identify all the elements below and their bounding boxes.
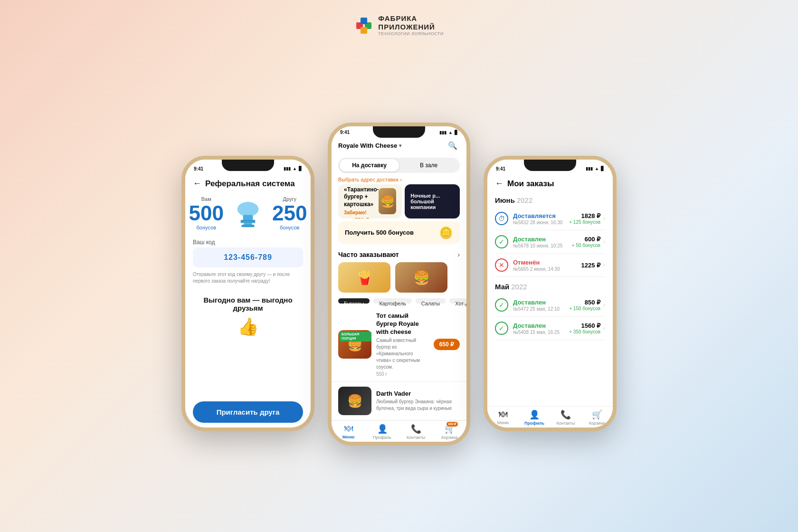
royale-item-image: 🍔 БОЛЬШАЯ ПОРЦИЯ: [338, 330, 371, 359]
phone-referral: 9:41 ▮▮▮▲▊ ← Реферальная система Вам 500…: [181, 156, 314, 431]
brand-header: ФАБРИКА ПРИЛОЖЕНИЙ ТЕХНОЛОГИИ ЛОЯЛЬНОСТИ: [354, 14, 443, 36]
order-chevron-icon: ›: [603, 215, 605, 222]
category-potato[interactable]: Картофель: [373, 298, 411, 304]
tab-hall[interactable]: В зале: [399, 159, 458, 171]
referral-screen: 9:41 ▮▮▮▲▊ ← Реферальная система Вам 500…: [185, 160, 311, 428]
phone-orders: 9:41 ▮▮▮▲▊ ← Мои заказы Июнь 2022 ⏱: [484, 156, 617, 431]
promo-text: Выгодно вам — выгодно друзьям: [193, 296, 303, 312]
menu-item-royale[interactable]: 🍔 БОЛЬШАЯ ПОРЦИЯ Тот самый бургер Royale…: [332, 307, 466, 382]
notch-center: [373, 126, 425, 138]
category-salads[interactable]: Салаты: [416, 298, 446, 304]
menu-nav-icon: 🍽: [344, 424, 353, 434]
month-june-header: Июнь 2022: [495, 196, 605, 204]
menu-icon-orders: 🍽: [499, 409, 507, 419]
orders-page-title: Мои заказы: [507, 179, 554, 189]
back-button[interactable]: ←: [193, 179, 201, 189]
nav-cart[interactable]: 🛒 300 ₽ Корзина: [433, 424, 466, 440]
night-banner[interactable]: Ночные р... большой компании: [405, 184, 460, 218]
promo-icon: 👍: [238, 317, 259, 337]
combo-banner[interactable]: Комбо «Тарантино-бургер + картошка» Заби…: [338, 184, 402, 218]
freq-section-header: Часто заказывают ›: [332, 247, 466, 260]
location-name: Royale With Cheese: [338, 142, 397, 149]
svg-rect-6: [241, 220, 256, 223]
order-5678[interactable]: ✓ Доставлен №5678 10 июня, 10:25 600 ₽: [495, 230, 605, 254]
category-hotdogs[interactable]: Хот-до...: [449, 298, 466, 304]
cancelled-icon: ✕: [495, 258, 508, 272]
friend-bonus-value: 250: [272, 203, 307, 224]
delivering-icon: ⏱: [495, 212, 508, 225]
order-chevron-icon: ›: [603, 325, 605, 332]
order-5408[interactable]: ✓ Доставлен №5408 15 мая, 16:25 1560 ₽: [495, 317, 605, 340]
brand-name: ФАБРИКА ПРИЛОЖЕНИЙ ТЕХНОЛОГИИ ЛОЯЛЬНОСТИ: [378, 14, 443, 36]
month-may: Май 2022 ✓ Доставлен №5472 25 мая, 12:10: [495, 283, 605, 340]
nav-profile[interactable]: 👤 Профиль: [365, 424, 399, 440]
nav-contacts[interactable]: 📞 Контакты: [399, 424, 433, 440]
invite-friend-button[interactable]: Пригласить друга: [193, 401, 303, 423]
delivered-icon-2: ✓: [495, 298, 508, 312]
delivery-tabs: На доставку В зале: [338, 158, 460, 173]
contacts-icon-orders: 📞: [560, 409, 571, 420]
order-5665[interactable]: ✕ Отменён №5665 2 июня, 14:30 1225 ₽: [495, 254, 605, 277]
brand-logo-icon: [354, 16, 373, 35]
combo-banner-image: 🍔: [379, 188, 396, 214]
freq-item-fries-image: 🍟: [338, 262, 390, 293]
friend-bonus-col: Другу 250 бонусов: [272, 196, 307, 230]
bonus-banner[interactable]: Получить 500 бонусов 🪙: [338, 221, 460, 244]
menu-screen: 9:41 ▮▮▮▲▊ Royale With Cheese ▾ 🔍 На дос…: [332, 126, 466, 442]
orders-nav-contacts[interactable]: 📞 Контакты: [550, 409, 581, 426]
trophy-icon: [231, 202, 265, 230]
section-arrow-icon[interactable]: ›: [457, 251, 460, 258]
referral-body: Вам 500 бонусов Другу 250: [185, 191, 311, 428]
orders-header: ← Мои заказы: [487, 175, 613, 191]
order-5832[interactable]: ⏱ Доставляется №5832 28 июня, 16:30 1828…: [495, 207, 605, 230]
order-chevron-icon: ›: [603, 302, 605, 308]
orders-nav-profile[interactable]: 👤 Профиль: [519, 409, 550, 426]
svg-rect-8: [241, 225, 254, 227]
orders-list: Июнь 2022 ⏱ Доставляется №5832 28 июня, …: [487, 191, 613, 406]
phones-container: 9:41 ▮▮▮▲▊ ← Реферальная система Вам 500…: [181, 55, 617, 532]
bonus-display: Вам 500 бонусов Другу 250: [189, 196, 307, 230]
month-june: Июнь 2022 ⏱ Доставляется №5832 28 июня, …: [495, 196, 605, 277]
location-selector[interactable]: Royale With Cheese ▾: [338, 142, 401, 149]
code-box: 123-456-789: [193, 247, 303, 267]
category-burgers[interactable]: Бургеры: [338, 298, 370, 304]
order-chevron-icon: ›: [603, 238, 605, 245]
freq-item-burger2-image: 🍔: [395, 262, 447, 293]
freq-items-list: 🍟 Картофель фри, средняя порция 250 ₽ 🍔 …: [332, 260, 466, 296]
delivered-icon-3: ✓: [495, 322, 508, 335]
freq-item-fries[interactable]: 🍟 Картофель фри, средняя порция 250 ₽: [338, 262, 390, 293]
orders-back-button[interactable]: ←: [495, 179, 504, 189]
profile-icon-orders: 👤: [529, 409, 540, 420]
orders-nav-cart[interactable]: 🛒 Корзина: [581, 409, 613, 426]
orders-nav-menu[interactable]: 🍽 Меню: [487, 409, 519, 426]
your-bonus-value: 500: [189, 203, 224, 224]
search-button[interactable]: 🔍: [446, 139, 460, 153]
phone-menu: 9:41 ▮▮▮▲▊ Royale With Cheese ▾ 🔍 На дос…: [328, 123, 470, 446]
notch-orders: [524, 160, 576, 171]
status-icons: ▮▮▮▲▊: [284, 166, 302, 171]
tab-delivery[interactable]: На доставку: [340, 159, 399, 171]
svg-rect-3: [361, 27, 367, 34]
cart-badge: 🛒 300 ₽: [445, 424, 455, 434]
page-title: Реферальная система: [205, 179, 295, 189]
svg-point-4: [238, 202, 259, 217]
menu-item-vader[interactable]: 🍔 Darth Vader Любимый бургер Энакина: чё…: [332, 382, 466, 420]
address-selector[interactable]: Выбрать адрес доставки ›: [332, 175, 466, 184]
month-may-header: Май 2022: [495, 283, 605, 291]
your-bonus-col: Вам 500 бонусов: [189, 196, 224, 230]
cart-icon-orders: 🛒: [592, 409, 602, 420]
status-icons-orders: ▮▮▮▲▊: [586, 166, 604, 171]
status-icons-menu: ▮▮▮▲▊: [439, 130, 458, 135]
chevron-down-icon: ▾: [399, 143, 401, 148]
svg-rect-2: [361, 18, 367, 24]
svg-rect-5: [243, 215, 253, 220]
bottom-nav-menu: 🍽 Меню 👤 Профиль 📞 Контакты 🛒 300 ₽: [332, 420, 466, 442]
nav-menu[interactable]: 🍽 Меню: [332, 424, 365, 440]
order-5472[interactable]: ✓ Доставлен №5472 25 мая, 12:10 850 ₽ +: [495, 294, 605, 317]
delivered-icon: ✓: [495, 235, 508, 248]
orders-screen: 9:41 ▮▮▮▲▊ ← Мои заказы Июнь 2022 ⏱: [487, 160, 613, 428]
freq-item-burger2[interactable]: 🍔 Л...: [395, 262, 447, 293]
code-section: Ваш код 123-456-789 Отправьте этот код с…: [193, 239, 303, 285]
category-chips: Бургеры Картофель Салаты Хот-до...: [332, 296, 466, 308]
order-chevron-icon: ›: [603, 262, 605, 268]
